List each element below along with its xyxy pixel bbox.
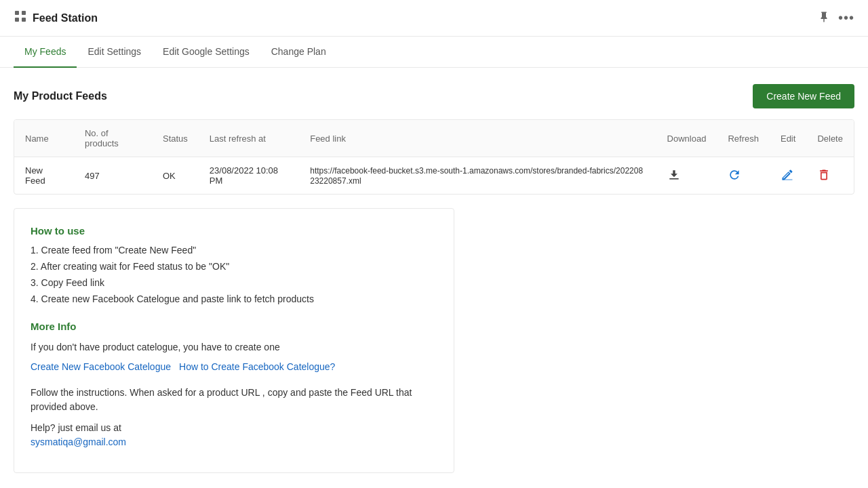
feed-name: New Feed xyxy=(14,157,74,195)
more-options-icon[interactable]: ••• xyxy=(838,10,854,26)
main-content: My Product Feeds Create New Feed Name No… xyxy=(0,68,868,488)
col-delete: Delete xyxy=(806,120,854,157)
delete-button[interactable] xyxy=(817,168,831,182)
col-name: Name xyxy=(14,120,74,157)
more-info-text2: Follow the instructions. When asked for … xyxy=(31,386,437,414)
col-refresh: Refresh xyxy=(717,120,770,157)
info-card: How to use 1. Create feed from "Create N… xyxy=(14,208,454,473)
feed-status: OK xyxy=(152,157,199,195)
feed-product-count: 497 xyxy=(74,157,152,195)
pin-icon[interactable] xyxy=(818,11,830,26)
create-facebook-catalogue-link[interactable]: Create New Facebook Catelogue xyxy=(31,361,171,372)
help-text: Help? just email us at sysmatiqa@gmail.c… xyxy=(31,421,437,449)
col-last-refresh: Last refresh at xyxy=(199,120,299,157)
col-feed-link: Feed link xyxy=(299,120,656,157)
svg-rect-0 xyxy=(15,11,19,15)
download-cell xyxy=(656,157,717,195)
feeds-table: Name No. of products Status Last refresh… xyxy=(14,120,854,194)
edit-cell xyxy=(770,157,806,195)
svg-rect-2 xyxy=(15,18,19,22)
app-header: Feed Station ••• xyxy=(0,0,868,37)
section-title: My Product Feeds xyxy=(14,90,107,102)
download-button[interactable] xyxy=(667,168,681,182)
svg-rect-1 xyxy=(22,11,26,15)
app-title: Feed Station xyxy=(33,12,98,24)
how-to-use-heading: How to use xyxy=(31,225,437,237)
refresh-cell xyxy=(717,157,770,195)
more-info-text1: If you don't have product catelogue, you… xyxy=(31,340,437,354)
how-to-step-3: 3. Copy Feed link xyxy=(31,277,437,288)
how-to-create-catalogue-link[interactable]: How to Create Facebook Catelogue? xyxy=(179,361,335,372)
more-info-heading: More Info xyxy=(31,321,437,332)
tab-my-feeds[interactable]: My Feeds xyxy=(14,37,77,68)
feed-link: https://facebook-feed-bucket.s3.me-south… xyxy=(299,157,656,195)
header-actions: ••• xyxy=(818,10,854,26)
table-header-row: Name No. of products Status Last refresh… xyxy=(14,120,854,157)
more-info-links: Create New Facebook Catelogue How to Cre… xyxy=(31,361,437,372)
tab-edit-settings[interactable]: Edit Settings xyxy=(77,37,152,68)
col-edit: Edit xyxy=(770,120,806,157)
how-to-step-2: 2. After creating wait for Feed status t… xyxy=(31,261,437,272)
tab-edit-google-settings[interactable]: Edit Google Settings xyxy=(152,37,260,68)
refresh-button[interactable] xyxy=(728,168,741,182)
edit-button[interactable] xyxy=(781,168,794,182)
how-to-step-1: 1. Create feed from "Create New Feed" xyxy=(31,245,437,256)
how-to-step-4: 4. Create new Facebook Catelogue and pas… xyxy=(31,293,437,304)
feeds-table-container: Name No. of products Status Last refresh… xyxy=(14,119,854,195)
table-row: New Feed 497 OK 23/08/2022 10:08 PM http… xyxy=(14,157,854,195)
header-left: Feed Station xyxy=(14,9,98,26)
delete-cell xyxy=(806,157,854,195)
feed-last-refresh: 23/08/2022 10:08 PM xyxy=(199,157,299,195)
email-link[interactable]: sysmatiqa@gmail.com xyxy=(31,436,126,447)
section-header: My Product Feeds Create New Feed xyxy=(14,84,854,108)
svg-rect-3 xyxy=(22,18,26,22)
col-status: Status xyxy=(152,120,199,157)
create-new-feed-button[interactable]: Create New Feed xyxy=(753,84,854,108)
tabs-bar: My Feeds Edit Settings Edit Google Setti… xyxy=(0,37,868,68)
app-icon xyxy=(14,9,27,26)
col-download: Download xyxy=(656,120,717,157)
how-to-use-list: 1. Create feed from "Create New Feed" 2.… xyxy=(31,245,437,304)
tab-change-plan[interactable]: Change Plan xyxy=(260,37,337,68)
col-no-products: No. of products xyxy=(74,120,152,157)
